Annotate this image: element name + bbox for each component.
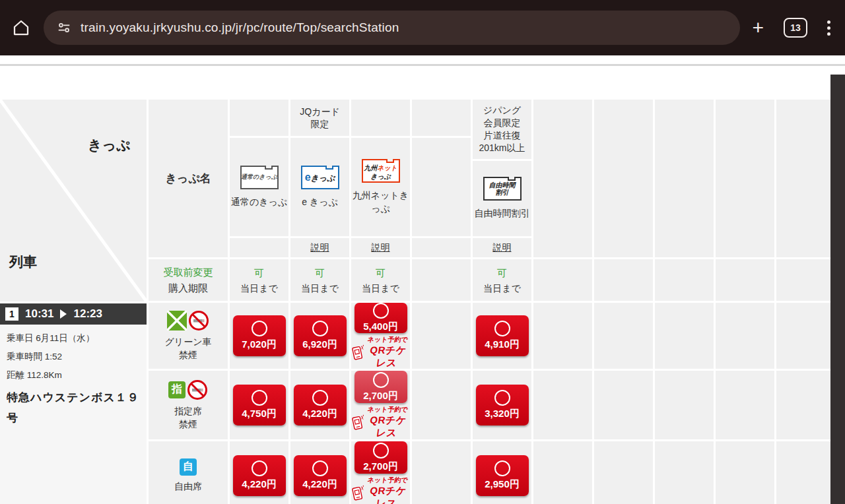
corner-cell: きっぷ 列車 bbox=[0, 100, 147, 301]
radio-circle-icon bbox=[373, 303, 389, 319]
no-smoking-icon bbox=[188, 310, 209, 331]
change-header-cell: 受取前変更 購入期限 bbox=[149, 259, 228, 301]
corner-label-ticket: きっぷ bbox=[88, 136, 130, 154]
column-blank bbox=[776, 100, 830, 504]
column-header bbox=[230, 100, 288, 136]
row-label-reserved: 指 指定席禁煙 bbox=[149, 371, 228, 439]
price-button[interactable]: 2,700円 bbox=[355, 441, 407, 474]
qr-ticketless-badge: ネット予約でQRチケレス bbox=[351, 476, 410, 504]
site-settings-icon bbox=[57, 20, 71, 35]
free-time-discount-label: 自由時間割引 bbox=[475, 206, 530, 220]
radio-circle-icon bbox=[312, 460, 328, 476]
price-cell: 6,920円 bbox=[290, 303, 349, 369]
column-jipang: ジパング 会員限定 片道往復 201km以上 自由時間 割引 自由時間割引 説明… bbox=[473, 100, 531, 504]
boarding-date: 乗車日 6月11日（水） bbox=[7, 332, 140, 344]
radio-circle-icon bbox=[252, 390, 267, 406]
desc-cell-empty bbox=[230, 238, 288, 257]
radio-circle-icon bbox=[252, 460, 267, 476]
home-button[interactable] bbox=[7, 13, 36, 42]
column-e-kippu: JQカード 限定 eきっぷ e きっぷ 説明 可 当日まで 6,920円 bbox=[290, 100, 349, 504]
diagonal-divider bbox=[0, 100, 147, 301]
free-time-discount-cell: 自由時間 割引 自由時間割引 bbox=[473, 161, 531, 236]
price-button[interactable]: 4,220円 bbox=[294, 455, 347, 496]
column-blank bbox=[716, 100, 774, 504]
kyushu-net-cell: 九州ネット きっぷ 九州ネットきっぷ bbox=[351, 138, 410, 236]
price-button[interactable]: 6,920円 bbox=[294, 315, 347, 356]
green-car-label: グリーン車禁煙 bbox=[165, 335, 212, 362]
radio-circle-icon bbox=[373, 443, 389, 458]
qr-ticketless-badge: ネット予約でQRチケレス bbox=[351, 405, 410, 439]
radio-circle-icon bbox=[312, 390, 328, 406]
price-button[interactable]: 4,910円 bbox=[476, 315, 529, 356]
price-cell: 2,700円 ネット予約でQRチケレス bbox=[351, 441, 410, 504]
change-before-pickup-label: 受取前変更 bbox=[164, 265, 213, 280]
ride-duration: 乗車時間 1:52 bbox=[7, 351, 140, 363]
change-cell: 可 当日まで bbox=[230, 259, 288, 301]
desc-cell: 説明 bbox=[351, 238, 410, 257]
price-button-selected[interactable]: 2,700円 bbox=[355, 371, 407, 403]
price-button[interactable]: 7,020円 bbox=[233, 315, 286, 356]
url-text: train.yoyaku.jrkyushu.co.jp/jr/pc/route/… bbox=[81, 20, 399, 35]
right-dark-strip bbox=[830, 75, 845, 504]
reserved-seat-label: 指定席禁煙 bbox=[174, 404, 202, 431]
fare-table: きっぷ 列車 1 10:31 12:23 乗車日 6月11日（水） 乗車時間 1… bbox=[0, 100, 845, 504]
jipang-header: ジパング 会員限定 片道往復 201km以上 bbox=[473, 100, 531, 159]
arrival-time: 12:23 bbox=[73, 307, 102, 321]
row-label-green-car: グリーン車禁煙 bbox=[149, 303, 228, 369]
free-time-discount-ticket-icon: 自由時間 割引 bbox=[483, 177, 522, 201]
price-button[interactable]: 4,750円 bbox=[233, 385, 286, 425]
radio-circle-icon bbox=[494, 460, 510, 476]
radio-circle-icon bbox=[252, 321, 267, 336]
description-link[interactable]: 説明 bbox=[311, 242, 329, 254]
column-kyushu-net: 九州ネット きっぷ 九州ネットきっぷ 説明 可 当日まで 5,400円 ネット予… bbox=[351, 100, 410, 504]
chrome-actions: + 13 bbox=[752, 18, 838, 38]
desc-cell: 説明 bbox=[473, 238, 531, 257]
price-button[interactable]: 4,220円 bbox=[233, 455, 286, 496]
new-tab-button[interactable]: + bbox=[752, 18, 764, 38]
page: きっぷ 列車 1 10:31 12:23 乗車日 6月11日（水） 乗車時間 1… bbox=[0, 64, 845, 504]
free-seat-label: 自由席 bbox=[174, 480, 202, 493]
purchase-deadline-label: 購入期限 bbox=[168, 280, 208, 296]
price-cell: 3,320円 bbox=[473, 371, 531, 439]
price-cell: 7,020円 bbox=[230, 303, 288, 369]
price-button[interactable]: 2,950円 bbox=[476, 455, 529, 496]
no-smoking-icon bbox=[187, 379, 208, 400]
train-name: 特急ハウステンボス１９号 bbox=[7, 388, 140, 428]
kyushu-net-ticket-icon: 九州ネット きっぷ bbox=[362, 159, 400, 183]
e-kippu-cell: eきっぷ e きっぷ bbox=[290, 138, 349, 236]
distance: 距離 112.8Km bbox=[7, 369, 140, 381]
column-empty bbox=[412, 100, 471, 504]
radio-circle-icon bbox=[312, 321, 328, 336]
menu-button[interactable] bbox=[827, 20, 830, 36]
kyushu-net-label: 九州ネットきっぷ bbox=[351, 189, 410, 216]
top-strip bbox=[0, 64, 845, 100]
normal-ticket-icon: 通常のきっぷ bbox=[240, 166, 279, 189]
column-blank bbox=[594, 100, 653, 504]
description-link[interactable]: 説明 bbox=[493, 242, 512, 254]
description-link[interactable]: 説明 bbox=[372, 242, 390, 254]
column-normal-ticket: 通常のきっぷ 通常のきっぷ 可 当日まで 7,020円 4,750円 4,220… bbox=[230, 100, 288, 504]
tab-counter-button[interactable]: 13 bbox=[784, 18, 807, 38]
price-button[interactable]: 4,220円 bbox=[294, 385, 347, 425]
price-cell: 4,910円 bbox=[473, 303, 531, 369]
price-cell: 2,950円 bbox=[473, 441, 531, 504]
desc-cell: 説明 bbox=[290, 238, 349, 257]
normal-ticket-cell: 通常のきっぷ 通常のきっぷ bbox=[230, 138, 288, 236]
e-kippu-ticket-icon: eきっぷ bbox=[301, 166, 339, 189]
train-number-badge: 1 bbox=[5, 307, 18, 321]
home-icon bbox=[11, 18, 31, 38]
phone-qr-icon bbox=[351, 342, 364, 363]
radio-circle-icon bbox=[373, 372, 389, 388]
corner-label-train: 列車 bbox=[9, 253, 37, 271]
qr-ticketless-badge: ネット予約でQRチケレス bbox=[351, 335, 410, 369]
arrow-icon bbox=[60, 309, 67, 319]
price-button[interactable]: 3,320円 bbox=[476, 385, 529, 425]
price-cell: 4,750円 bbox=[230, 371, 288, 439]
green-car-icon bbox=[167, 311, 187, 331]
phone-qr-icon bbox=[351, 482, 364, 503]
radio-circle-icon bbox=[494, 321, 510, 336]
price-button[interactable]: 5,400円 bbox=[355, 303, 407, 333]
url-bar[interactable]: train.yoyaku.jrkyushu.co.jp/jr/pc/route/… bbox=[44, 11, 740, 45]
price-cell: 4,220円 bbox=[290, 441, 349, 504]
change-cell: 可 当日まで bbox=[351, 259, 410, 301]
